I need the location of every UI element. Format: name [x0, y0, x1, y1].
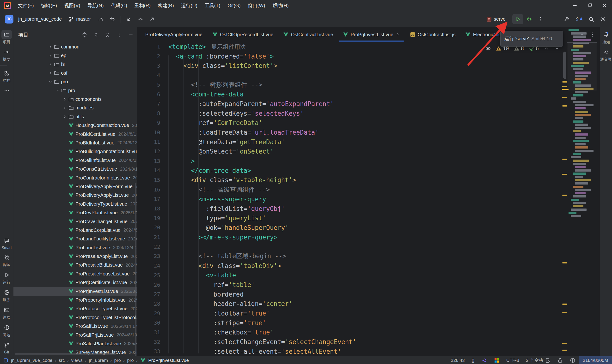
chevron-right-icon[interactable] [47, 62, 54, 66]
sidebar-item-services[interactable]: 服务 [0, 288, 13, 303]
menu-item-7[interactable]: 运行(U) [177, 0, 201, 11]
build-button[interactable] [561, 14, 572, 25]
breadcrumb-item[interactable]: pro [114, 358, 121, 363]
tree-folder-modules[interactable]: modules [14, 104, 137, 112]
tab-ElectronicSig[interactable]: ElectronicSig [460, 27, 506, 42]
menu-item-1[interactable]: 编辑(E) [38, 0, 61, 11]
tab-close-icon[interactable] [396, 32, 400, 38]
push-button[interactable] [146, 14, 158, 25]
warning-stripe-mark[interactable] [562, 86, 567, 87]
chevron-right-icon[interactable] [61, 115, 68, 119]
tree-folder-fs[interactable]: fs [14, 60, 137, 69]
minimap-viewport[interactable] [567, 42, 597, 91]
menu-item-11[interactable]: 帮助(H) [269, 0, 292, 11]
chevron-right-icon[interactable] [47, 53, 54, 58]
tree-folder-components[interactable]: components [14, 95, 137, 104]
indent-widget[interactable]: 2 个空格 [522, 356, 554, 364]
warning-stripe-mark[interactable] [562, 262, 567, 263]
menu-item-9[interactable]: Git(G) [224, 0, 244, 11]
warning-stripe-mark[interactable] [562, 97, 567, 98]
sidebar-item-structure[interactable]: 结构 [0, 69, 13, 83]
code-style-widget[interactable]: {} [468, 356, 478, 364]
collapse-all-icon[interactable] [105, 32, 110, 38]
memory-indicator[interactable]: 2184/8200M [579, 356, 612, 364]
chevron-right-icon[interactable] [47, 71, 54, 75]
breadcrumb-file[interactable]: ProPrjInvestList.vue [148, 358, 189, 363]
right-stripe-item-notifications[interactable]: 通知 [599, 30, 612, 45]
warning-stripe-mark[interactable] [562, 89, 569, 90]
sidebar-item-git[interactable]: Git [0, 340, 13, 354]
update-project-button[interactable] [95, 14, 107, 25]
tree-folder-pro[interactable]: pro [14, 86, 137, 95]
problems-widget[interactable] [566, 356, 579, 364]
chevron-right-icon[interactable] [61, 106, 68, 110]
sidebar-item-commit[interactable]: 提交 [0, 48, 13, 62]
caret-position[interactable]: 226:43 [448, 356, 468, 364]
tree-file-ProBldCertList-vue[interactable]: ProBldCertList.vue2024/8/13 09 [14, 130, 137, 138]
tree-file-ProDeliveryTypeList-vue[interactable]: ProDeliveryTypeList.vue2024/8 [14, 200, 137, 208]
breadcrumb-item[interactable]: pro [127, 358, 134, 363]
tree-folder-common[interactable]: common [14, 42, 137, 51]
minimize-button[interactable] [567, 0, 582, 11]
warning-stripe-mark[interactable] [562, 159, 567, 160]
menu-item-8[interactable]: 工具(T) [201, 0, 224, 11]
tree-file-ProLandList-vue[interactable]: ProLandList.vue2024/12/4 15:00 [14, 243, 137, 252]
chevron-down-icon[interactable] [54, 88, 61, 93]
tab-OsfContractList-js[interactable]: JSOsfContractList.js [405, 27, 461, 42]
tree-file-ProPresaleHouseList-vue[interactable]: ProPresaleHouseList.vue2024/8 [14, 270, 137, 278]
run-config-selector[interactable]: serve [484, 14, 510, 25]
tree-file-ProProtocolTypeList-vue[interactable]: ProProtocolTypeList.vue2025/2 [14, 304, 137, 313]
tree-file-ProBldInfoList-vue[interactable]: ProBldInfoList.vue2024/8/13 09: [14, 138, 137, 147]
tree-file-ProBuildingAnnotationList-vue[interactable]: ProBuildingAnnotationList.vue [14, 147, 137, 156]
menu-item-5[interactable]: 重构(R) [131, 0, 154, 11]
avatar[interactable]: JC [5, 15, 14, 24]
warning-stripe-mark[interactable] [562, 81, 567, 83]
sidebar-item-problems[interactable]: 问题 [0, 323, 13, 338]
tree-file-ProDrawChangeList-vue[interactable]: ProDrawChangeList.vue2025/3 [14, 217, 137, 226]
search-everywhere-button[interactable] [585, 14, 597, 25]
tab-ProDeliveryApplyForm-vue[interactable]: ProDeliveryApplyForm.vue [140, 27, 207, 42]
panel-options-icon[interactable] [116, 32, 122, 38]
tab-OsfCtlOprRecordList-vue[interactable]: OsfCtlOprRecordList.vue [207, 27, 278, 42]
tree-file-ProPrjCertificateList-vue[interactable]: ProPrjCertificateList.vue2024/8/ [14, 278, 137, 287]
warning-stripe-mark[interactable] [562, 174, 567, 175]
pull-button[interactable] [123, 14, 135, 25]
tree-file-ProSalesPlanList-vue[interactable]: ProSalesPlanList.vue2025/3/10 [14, 339, 137, 348]
menu-item-2[interactable]: 视图(V) [61, 0, 84, 11]
menu-item-0[interactable]: 文件(F) [14, 0, 38, 11]
project-panel-title[interactable]: 项目 [18, 31, 28, 38]
menu-item-6[interactable]: 构建(B) [154, 0, 177, 11]
tree-file-ProPropertyInfoList-vue[interactable]: ProPropertyInfoList.vue2025/1/ [14, 296, 137, 304]
highlight-off-icon[interactable] [485, 46, 491, 51]
right-stripe-item-lingma[interactable]: 通义灵码 [599, 48, 612, 62]
tree-file-ProLandCorpList-vue[interactable]: ProLandCorpList.vue2024/8/13 [14, 226, 137, 234]
tab-OsfContractList-vue[interactable]: OsfContractList.vue [278, 27, 338, 42]
tree-file-ProDeliveryApplyList-vue[interactable]: ProDeliveryApplyList.vue2025/ [14, 191, 137, 200]
warning-stripe-mark[interactable] [562, 105, 567, 106]
warning-stripe-mark[interactable] [562, 303, 567, 305]
code-editor[interactable]: 1<template>显示组件用法2 <a-card :bordered='fa… [137, 42, 600, 356]
chevron-right-icon[interactable] [47, 45, 54, 49]
menu-item-4[interactable]: 代码(C) [107, 0, 131, 11]
branch-selector[interactable]: master [66, 14, 95, 25]
run-button[interactable] [512, 14, 523, 24]
warning-stripe-mark[interactable] [562, 350, 567, 351]
restore-button[interactable] [582, 0, 597, 11]
sidebar-item-debug[interactable]: 调试 [0, 253, 13, 268]
settings-button[interactable] [597, 14, 609, 25]
tree-file-ProConsCtrList-vue[interactable]: ProConsCtrList.vue2024/8/13 0 [14, 165, 137, 173]
tree-file-ProLandFacilityList-vue[interactable]: ProLandFacilityList.vue2024/8/ [14, 235, 137, 243]
tree-file-ProDevPlanList-vue[interactable]: ProDevPlanList.vue2025/1/3 09: [14, 208, 137, 217]
breadcrumb-project[interactable]: jn_uprem_vue_code [11, 358, 52, 363]
encoding-widget[interactable]: UTF-8 [503, 356, 523, 364]
tab-ProPrjInvestList-vue[interactable]: ProPrjInvestList.vue [338, 27, 405, 42]
tree-file-ProPresaleApplyList-vue[interactable]: ProPresaleApplyList.vue2025/3 [14, 252, 137, 260]
tree-file-ProSaffPrjList-vue[interactable]: ProSaffPrjList.vue2024/8/13 09:4 [14, 331, 137, 339]
chevron-right-icon[interactable] [61, 97, 68, 102]
project-panel-horizontal-scrollbar[interactable] [15, 353, 116, 355]
warning-stripe-mark[interactable] [562, 195, 567, 196]
chevron-down-icon[interactable] [47, 80, 54, 84]
warning-stripe-mark[interactable] [562, 343, 567, 344]
sidebar-item-more[interactable] [0, 86, 13, 96]
tree-file-HousingConstruction-vue[interactable]: HousingConstruction.vue2025/ [14, 121, 137, 130]
